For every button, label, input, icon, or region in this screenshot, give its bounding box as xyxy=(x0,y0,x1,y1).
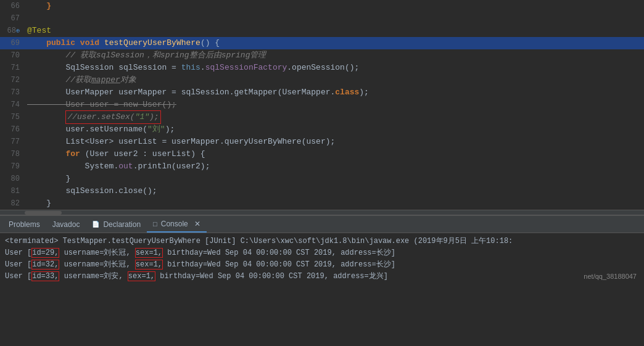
console-output-line-1: User [id=29, username=刘长冠, sex=1, birthd… xyxy=(5,247,639,259)
horizontal-scrollbar[interactable] xyxy=(0,210,644,215)
console-tab-label: Console xyxy=(161,220,188,228)
line-num-82: 82 xyxy=(0,197,25,210)
line-content-73: UserMapper userMapper = sqlSession.getMa… xyxy=(25,86,644,99)
declaration-tab-label: Declaration xyxy=(103,220,141,229)
code-line-80: 80 } xyxy=(0,173,644,185)
line-num-72: 72 xyxy=(0,74,25,86)
code-line-69: 69 public void testQueryUserByWhere() { xyxy=(0,37,644,49)
line-content-77: List<User> userList = userMapper.queryUs… xyxy=(25,136,644,148)
code-line-77: 77 List<User> userList = userMapper.quer… xyxy=(0,136,644,148)
console-output-line-3: User [id=33, username=刘安, sex=1, birthda… xyxy=(5,271,639,282)
code-line-79: 79 System.out.println(user2); xyxy=(0,160,644,173)
code-line-66: 66 } xyxy=(0,0,644,12)
line-content-81: sqlSession.close(); xyxy=(25,185,644,197)
line-content-68: @Test xyxy=(25,25,644,37)
javadoc-tab-label: Javadoc xyxy=(52,220,80,229)
line-content-72: //获取mapper对象 xyxy=(25,74,644,86)
line-num-81: 81 xyxy=(0,185,25,197)
line-num-73: 73 xyxy=(0,86,25,99)
line-num-67: 67 xyxy=(0,12,25,25)
tab-declaration[interactable]: 📄 Declaration xyxy=(86,216,147,233)
output-text-2: User [id=32, username=刘长冠, sex=1, birthd… xyxy=(5,260,395,270)
line-num-77: 77 xyxy=(0,136,25,148)
code-line-72: 72 //获取mapper对象 xyxy=(0,74,644,86)
console-terminated-line: <terminated> TestMapper.testQueryUserByW… xyxy=(5,236,639,247)
terminated-text: <terminated> TestMapper.testQueryUserByW… xyxy=(5,237,513,245)
code-line-68: 68⊕ @Test xyxy=(0,25,644,37)
line-content-66: } xyxy=(25,0,644,12)
line-num-75: 75 xyxy=(0,111,25,123)
tab-problems[interactable]: Problems xyxy=(2,216,46,233)
line-num-66: 66 xyxy=(0,0,25,12)
bottom-panel: Problems Javadoc 📄 Declaration □ Console… xyxy=(0,215,644,346)
code-line-67: 67 xyxy=(0,12,644,25)
line-content-74: User user = new User(); xyxy=(25,99,644,111)
code-line-74: 74 User user = new User(); xyxy=(0,99,644,111)
code-line-71: 71 SqlSession sqlSession = this.sqlSessi… xyxy=(0,62,644,74)
line-num-79: 79 xyxy=(0,160,25,173)
line-content-78: for (User user2 : userList) { xyxy=(25,148,644,160)
code-line-75: 75 //user.setSex("1"); xyxy=(0,111,644,123)
problems-tab-label: Problems xyxy=(9,220,40,229)
line-content-70: // 获取sqlSession，和spring整合后由spring管理 xyxy=(25,49,644,62)
code-line-70: 70 // 获取sqlSession，和spring整合后由spring管理 xyxy=(0,49,644,62)
console-output-area: <terminated> TestMapper.testQueryUserByW… xyxy=(0,233,644,346)
line-num-80: 80 xyxy=(0,173,25,185)
panel-tabs: Problems Javadoc 📄 Declaration □ Console… xyxy=(0,216,644,233)
line-num-69: 69 xyxy=(0,37,25,49)
line-num-74: 74 xyxy=(0,99,25,111)
line-content-76: user.setUsername("刘"); xyxy=(25,123,644,136)
tab-javadoc[interactable]: Javadoc xyxy=(46,216,86,233)
line-num-78: 78 xyxy=(0,148,25,160)
line-content-71: SqlSession sqlSession = this.sqlSessionF… xyxy=(25,62,644,74)
console-output-line-2: User [id=32, username=刘长冠, sex=1, birthd… xyxy=(5,259,639,271)
code-line-81: 81 sqlSession.close(); xyxy=(0,185,644,197)
tab-console[interactable]: □ Console ✕ xyxy=(147,216,207,233)
line-num-71: 71 xyxy=(0,62,25,74)
console-tab-icon: □ xyxy=(153,220,157,228)
line-content-79: System.out.println(user2); xyxy=(25,160,644,173)
code-line-78: 78 for (User user2 : userList) { xyxy=(0,148,644,160)
output-text-3: User [id=33, username=刘安, sex=1, birthda… xyxy=(5,271,388,281)
line-content-75: //user.setSex("1"); xyxy=(25,110,644,124)
code-editor: 66 } 67 68⊕ @Test 69 public void testQue… xyxy=(0,0,644,210)
line-content-82: } xyxy=(25,197,644,210)
code-line-73: 73 UserMapper userMapper = sqlSession.ge… xyxy=(0,86,644,99)
code-line-82: 82 } xyxy=(0,197,644,210)
code-line-76: 76 user.setUsername("刘"); xyxy=(0,123,644,136)
console-close-icon[interactable]: ✕ xyxy=(194,220,200,228)
line-content-69: public void testQueryUserByWhere() { xyxy=(25,37,644,49)
line-num-68: 68⊕ xyxy=(0,25,25,38)
output-text-1: User [id=29, username=刘长冠, sex=1, birthd… xyxy=(5,248,395,258)
line-content-80: } xyxy=(25,173,644,185)
line-num-76: 76 xyxy=(0,123,25,136)
line-num-70: 70 xyxy=(0,49,25,62)
